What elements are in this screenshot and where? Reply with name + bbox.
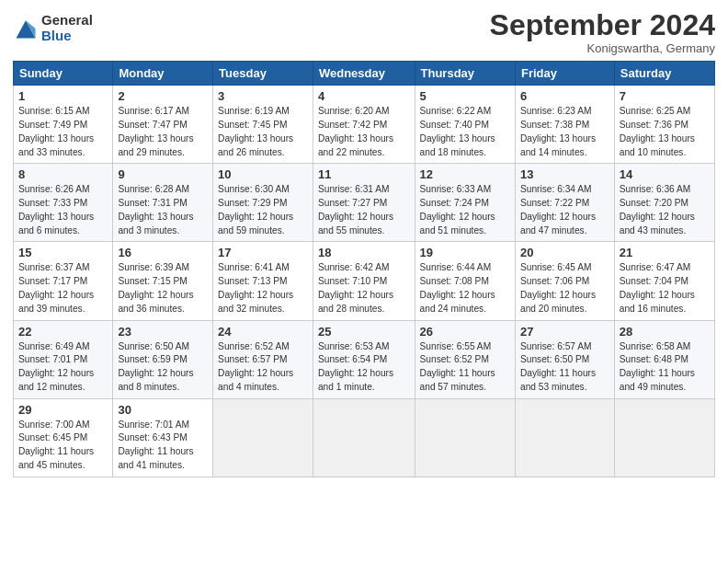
day-number: 5: [420, 89, 510, 103]
day-info: Sunrise: 6:36 AMSunset: 7:20 PMDaylight:…: [620, 184, 695, 235]
col-monday: Monday: [113, 62, 213, 86]
day-number: 21: [620, 246, 710, 259]
day-number: 17: [218, 246, 308, 259]
table-row: 21Sunrise: 6:47 AMSunset: 7:04 PMDayligh…: [614, 242, 714, 320]
day-info: Sunrise: 6:26 AMSunset: 7:33 PMDaylight:…: [18, 184, 94, 235]
table-row: 13Sunrise: 6:34 AMSunset: 7:22 PMDayligh…: [515, 164, 614, 242]
day-number: 7: [620, 89, 710, 103]
table-row: [213, 398, 313, 477]
location: Konigswartha, Germany: [490, 41, 715, 55]
logo-general-text: General: [41, 13, 93, 29]
day-number: 26: [420, 325, 510, 339]
table-row: 24Sunrise: 6:52 AMSunset: 6:57 PMDayligh…: [213, 320, 313, 398]
day-number: 3: [218, 89, 308, 103]
table-row: 4Sunrise: 6:20 AMSunset: 7:42 PMDaylight…: [313, 86, 415, 164]
day-info: Sunrise: 6:41 AMSunset: 7:13 PMDaylight:…: [218, 262, 293, 313]
day-info: Sunrise: 6:42 AMSunset: 7:10 PMDaylight:…: [318, 262, 393, 313]
col-thursday: Thursday: [415, 62, 515, 86]
day-number: 28: [620, 325, 710, 339]
logo-text: General Blue: [41, 13, 93, 43]
day-number: 9: [118, 167, 208, 181]
day-info: Sunrise: 6:37 AMSunset: 7:17 PMDaylight:…: [18, 262, 94, 313]
col-tuesday: Tuesday: [213, 62, 313, 86]
table-row: [313, 398, 415, 477]
day-number: 22: [18, 325, 108, 339]
calendar-table: Sunday Monday Tuesday Wednesday Thursday…: [13, 61, 715, 477]
day-number: 10: [218, 167, 308, 181]
table-row: [614, 398, 714, 477]
day-info: Sunrise: 6:31 AMSunset: 7:27 PMDaylight:…: [318, 184, 393, 235]
calendar-week-3: 15Sunrise: 6:37 AMSunset: 7:17 PMDayligh…: [14, 242, 715, 320]
day-info: Sunrise: 6:39 AMSunset: 7:15 PMDaylight:…: [118, 262, 193, 313]
day-number: 1: [18, 89, 108, 103]
day-number: 23: [118, 325, 208, 339]
col-saturday: Saturday: [614, 62, 714, 86]
day-info: Sunrise: 6:17 AMSunset: 7:47 PMDaylight:…: [118, 106, 193, 156]
day-info: Sunrise: 6:25 AMSunset: 7:36 PMDaylight:…: [620, 106, 695, 156]
table-row: 11Sunrise: 6:31 AMSunset: 7:27 PMDayligh…: [313, 164, 415, 242]
table-row: 23Sunrise: 6:50 AMSunset: 6:59 PMDayligh…: [113, 320, 213, 398]
day-info: Sunrise: 6:50 AMSunset: 6:59 PMDaylight:…: [118, 341, 193, 392]
day-info: Sunrise: 6:22 AMSunset: 7:40 PMDaylight:…: [420, 106, 495, 156]
table-row: [415, 398, 515, 477]
table-row: 10Sunrise: 6:30 AMSunset: 7:29 PMDayligh…: [213, 164, 313, 242]
day-info: Sunrise: 6:49 AMSunset: 7:01 PMDaylight:…: [18, 341, 94, 392]
day-number: 11: [318, 167, 410, 181]
calendar-body: 1Sunrise: 6:15 AMSunset: 7:49 PMDaylight…: [14, 86, 715, 477]
day-info: Sunrise: 6:57 AMSunset: 6:50 PMDaylight:…: [520, 341, 596, 392]
table-row: 25Sunrise: 6:53 AMSunset: 6:54 PMDayligh…: [313, 320, 415, 398]
day-info: Sunrise: 6:55 AMSunset: 6:52 PMDaylight:…: [420, 341, 495, 392]
day-info: Sunrise: 6:28 AMSunset: 7:31 PMDaylight:…: [118, 184, 193, 235]
calendar-week-4: 22Sunrise: 6:49 AMSunset: 7:01 PMDayligh…: [14, 320, 715, 398]
day-info: Sunrise: 7:00 AMSunset: 6:45 PMDaylight:…: [18, 419, 94, 470]
day-info: Sunrise: 6:33 AMSunset: 7:24 PMDaylight:…: [420, 184, 495, 235]
table-row: 14Sunrise: 6:36 AMSunset: 7:20 PMDayligh…: [614, 164, 714, 242]
table-row: 6Sunrise: 6:23 AMSunset: 7:38 PMDaylight…: [515, 86, 614, 164]
table-row: 26Sunrise: 6:55 AMSunset: 6:52 PMDayligh…: [415, 320, 515, 398]
table-row: 12Sunrise: 6:33 AMSunset: 7:24 PMDayligh…: [415, 164, 515, 242]
table-row: 17Sunrise: 6:41 AMSunset: 7:13 PMDayligh…: [213, 242, 313, 320]
table-row: 20Sunrise: 6:45 AMSunset: 7:06 PMDayligh…: [515, 242, 614, 320]
day-number: 16: [118, 246, 208, 259]
table-row: 28Sunrise: 6:58 AMSunset: 6:48 PMDayligh…: [614, 320, 714, 398]
day-info: Sunrise: 7:01 AMSunset: 6:43 PMDaylight:…: [118, 419, 193, 470]
day-number: 27: [520, 325, 609, 339]
day-number: 29: [18, 403, 108, 417]
col-sunday: Sunday: [14, 62, 113, 86]
table-row: [515, 398, 614, 477]
day-number: 25: [318, 325, 410, 339]
table-row: 2Sunrise: 6:17 AMSunset: 7:47 PMDaylight…: [113, 86, 213, 164]
col-wednesday: Wednesday: [313, 62, 415, 86]
logo-icon: [13, 16, 39, 41]
day-number: 15: [18, 246, 108, 259]
month-title: September 2024: [490, 9, 715, 41]
table-row: 8Sunrise: 6:26 AMSunset: 7:33 PMDaylight…: [14, 164, 113, 242]
day-info: Sunrise: 6:23 AMSunset: 7:38 PMDaylight:…: [520, 106, 596, 156]
day-info: Sunrise: 6:20 AMSunset: 7:42 PMDaylight:…: [318, 106, 393, 156]
day-info: Sunrise: 6:47 AMSunset: 7:04 PMDaylight:…: [620, 262, 695, 313]
calendar-week-5: 29Sunrise: 7:00 AMSunset: 6:45 PMDayligh…: [14, 398, 715, 477]
calendar-week-1: 1Sunrise: 6:15 AMSunset: 7:49 PMDaylight…: [14, 86, 715, 164]
col-friday: Friday: [515, 62, 614, 86]
day-number: 8: [18, 167, 108, 181]
day-number: 13: [520, 167, 609, 181]
table-row: 7Sunrise: 6:25 AMSunset: 7:36 PMDaylight…: [614, 86, 714, 164]
table-row: 30Sunrise: 7:01 AMSunset: 6:43 PMDayligh…: [113, 398, 213, 477]
day-number: 30: [118, 403, 208, 417]
table-row: 3Sunrise: 6:19 AMSunset: 7:45 PMDaylight…: [213, 86, 313, 164]
day-number: 12: [420, 167, 510, 181]
day-info: Sunrise: 6:15 AMSunset: 7:49 PMDaylight:…: [18, 106, 94, 156]
title-block: September 2024 Konigswartha, Germany: [490, 9, 715, 55]
day-number: 4: [318, 89, 410, 103]
day-info: Sunrise: 6:45 AMSunset: 7:06 PMDaylight:…: [520, 262, 596, 313]
day-number: 18: [318, 246, 410, 259]
table-row: 19Sunrise: 6:44 AMSunset: 7:08 PMDayligh…: [415, 242, 515, 320]
table-row: 16Sunrise: 6:39 AMSunset: 7:15 PMDayligh…: [113, 242, 213, 320]
logo: General Blue: [13, 13, 93, 43]
day-number: 24: [218, 325, 308, 339]
day-info: Sunrise: 6:19 AMSunset: 7:45 PMDaylight:…: [218, 106, 293, 156]
table-row: 1Sunrise: 6:15 AMSunset: 7:49 PMDaylight…: [14, 86, 113, 164]
table-row: 18Sunrise: 6:42 AMSunset: 7:10 PMDayligh…: [313, 242, 415, 320]
day-number: 2: [118, 89, 208, 103]
day-number: 20: [520, 246, 609, 259]
